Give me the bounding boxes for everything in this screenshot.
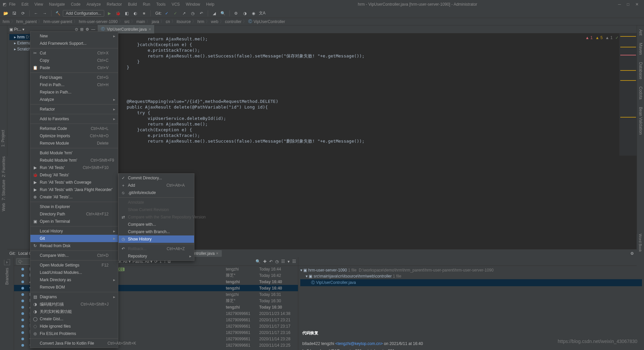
save-icon[interactable]: 🖫 [11, 10, 18, 17]
menu-item[interactable]: Reformat CodeCtrl+Alt+L [30, 125, 118, 132]
menu-item[interactable]: New▸ [30, 32, 118, 40]
menu-item[interactable]: ＋AddCtrl+Alt+A [119, 182, 194, 189]
menu-item[interactable]: ◑关闭实时检测功能 [30, 308, 118, 315]
crumb-2[interactable]: hrm-user-parent [43, 19, 72, 24]
close-tab-icon[interactable]: × [149, 27, 151, 32]
menu-item[interactable]: Remove ModuleDelete [30, 140, 118, 147]
menu-code[interactable]: Code [68, 1, 83, 8]
menu-vcs[interactable]: VCS [169, 1, 183, 8]
left-tab-favorites[interactable]: 2: Favorites [1, 156, 6, 177]
menu-refactor[interactable]: Refactor [104, 1, 125, 8]
menu-item[interactable]: Add Framework Support... [30, 40, 118, 47]
crumb-9[interactable]: hrm [197, 19, 204, 24]
menu-item[interactable]: Find UsagesCtrl+G [30, 74, 118, 81]
changes-sub[interactable]: ▾ ▣ src\main\java\cn\itsource\hrm\web\co… [300, 273, 642, 279]
menu-file[interactable]: File [6, 1, 18, 8]
group-icon[interactable]: ☷ [281, 259, 285, 264]
crumb-7[interactable]: cn [166, 19, 170, 24]
p3c-icon[interactable]: ◑ [241, 10, 249, 17]
ide-scripting-icon[interactable]: ◢ [211, 10, 218, 17]
menu-item[interactable]: ▤Diagrams▸ [30, 293, 118, 301]
changes-tree[interactable]: ▾ ▣ hrm-user-server-1090 1 file D:\works… [298, 266, 644, 327]
menu-item[interactable]: Compare with... [119, 221, 194, 228]
menu-item[interactable]: Convert Java File to Kotlin FileCtrl+Alt… [30, 340, 118, 347]
right-tab-codota[interactable]: Codota [638, 84, 644, 102]
menu-item[interactable]: ✓Commit Directory... [119, 174, 194, 182]
menu-item[interactable]: ⊕Create 'All Tests'... [30, 193, 118, 201]
menu-item[interactable]: Replace in Path... [30, 89, 118, 96]
search-icon[interactable]: 🔍 [219, 10, 227, 17]
right-tab-maven[interactable]: Maven [638, 41, 644, 57]
menu-item[interactable]: Git▸ [30, 235, 118, 242]
menu-item[interactable]: Rebuild Module 'hrm'Ctrl+Shift+F9 [30, 157, 118, 164]
menu-item[interactable]: Mark Directory as▸ [30, 276, 118, 284]
revert-icon[interactable]: ↶ [269, 259, 273, 264]
right-tab-ant[interactable]: Ant [638, 27, 644, 37]
menu-help[interactable]: Help [203, 1, 217, 8]
crumb-10[interactable]: web [211, 19, 218, 24]
menu-item[interactable]: 🐞Debug 'All Tests' [30, 171, 118, 179]
profile-icon[interactable]: ◐ [132, 10, 139, 17]
minimize-button[interactable]: ─ [618, 2, 621, 7]
menu-item[interactable]: Analyze▸ [30, 96, 118, 103]
crumb-8[interactable]: itsource [177, 19, 191, 24]
vcs-history-icon[interactable]: ◷ [189, 10, 196, 17]
vcs-push-icon[interactable]: ↗ [180, 10, 188, 17]
run-config-combo[interactable]: Add Configuration... [63, 10, 104, 17]
menu-item[interactable]: Load/Unload Modules... [30, 269, 118, 276]
clock-icon[interactable]: ◷ [275, 259, 279, 264]
left-tab-web[interactable]: Web [1, 203, 6, 211]
menu-edit[interactable]: Edit [19, 1, 31, 8]
menu-item[interactable]: ▶Run 'All Tests'Ctrl+Shift+F10 [30, 164, 118, 171]
menu-item[interactable]: Find in Path...Ctrl+H [30, 81, 118, 89]
menu-item[interactable]: CopyCtrl+C [30, 57, 118, 64]
menu-navigate[interactable]: Navigate [46, 1, 67, 8]
menu-analyze[interactable]: Analyze [84, 1, 104, 8]
menu-item[interactable]: ▶Run 'All Tests' with 'Java Flight Recor… [30, 186, 118, 193]
crumb-0[interactable]: hrm [3, 19, 10, 24]
menu-item[interactable]: Remove BOM [30, 284, 118, 291]
coverage-icon[interactable]: ◧ [123, 10, 130, 17]
crumb-11[interactable]: controller [225, 19, 241, 24]
left-tab-structure[interactable]: 7: Structure [1, 180, 6, 200]
project-view-combo[interactable]: ▣ Pr... ▾ [9, 27, 24, 32]
menu-run[interactable]: Run [140, 1, 153, 8]
changes-file[interactable]: Ⓒ VipUserController.java [300, 279, 642, 286]
menu-item[interactable]: 📋PasteCtrl+V [30, 64, 118, 71]
changes-root[interactable]: ▾ ▣ hrm-user-server-1090 1 file D:\works… [300, 267, 642, 273]
menu-item[interactable]: Show in Explorer [30, 203, 118, 210]
editor-minimap[interactable] [619, 33, 637, 156]
menu-item[interactable]: Build Module 'hrm' [30, 149, 118, 157]
menu-item[interactable]: Optimize ImportsCtrl+Alt+O [30, 132, 118, 140]
run-icon[interactable]: ▶ [106, 10, 113, 17]
forward-icon[interactable]: → [41, 10, 48, 17]
vcs-commit-icon[interactable]: ✓ [172, 10, 179, 17]
menu-item[interactable]: ▶Run 'All Tests' with Coverage [30, 179, 118, 186]
back-icon[interactable]: ← [32, 10, 40, 17]
select-opened-icon[interactable]: ⊙ [75, 27, 78, 32]
right-tab-wordbook[interactable]: Word Book [638, 234, 642, 252]
right-tab-bean[interactable]: Bean Validation [638, 105, 644, 137]
expand-branches-icon[interactable]: › [4, 259, 10, 265]
gear-icon[interactable]: ⚙ [630, 251, 634, 256]
maximize-button[interactable]: □ [627, 2, 629, 7]
detail-icon[interactable]: ☷ [292, 259, 296, 264]
menu-item[interactable]: ◑编码规约扫描Ctrl+Alt+Shift+J [30, 301, 118, 308]
code-editor[interactable]: return AjaxResult.me(); }catch(Exception… [98, 33, 637, 147]
menu-item[interactable]: Add to Favorites▸ [30, 115, 118, 123]
hammer-icon[interactable]: 🔨 [54, 10, 61, 17]
project-context-menu[interactable]: New▸Add Framework Support...✂CutCtrl+XCo… [30, 31, 118, 348]
menu-item[interactable]: Compare with Branch... [119, 228, 194, 235]
crumb-1[interactable]: hrm_parent [16, 19, 37, 24]
translate-icon[interactable]: 文A [259, 10, 266, 17]
git-submenu[interactable]: ✓Commit Directory...＋AddCtrl+Alt+A⦸.git/… [118, 173, 194, 261]
crumb-6[interactable]: java [152, 19, 159, 24]
fetch-icon[interactable]: ✚ [263, 259, 267, 264]
menu-item[interactable]: ▣Open in Terminal [30, 218, 118, 225]
menu-build[interactable]: Build [125, 1, 140, 8]
left-tab-project[interactable]: 1: Project [0, 128, 6, 149]
menu-item[interactable]: ◌Hide ignored files [30, 323, 118, 330]
menu-item[interactable]: Refactor▸ [30, 106, 118, 113]
menu-item[interactable]: Compare With...Ctrl+D [30, 252, 118, 259]
crumb-4[interactable]: src [124, 19, 130, 24]
